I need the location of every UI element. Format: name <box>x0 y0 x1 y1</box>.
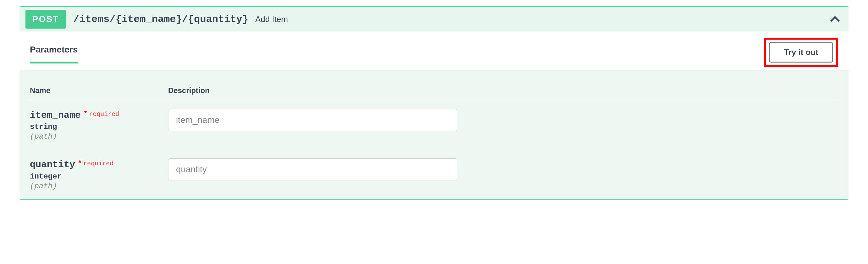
column-header-name: Name <box>30 80 168 100</box>
http-method-badge: POST <box>26 10 66 29</box>
operation-body: Parameters Try it out Name Description <box>19 32 849 199</box>
param-name: item_name <box>30 110 81 121</box>
param-input-item-name[interactable] <box>168 109 457 131</box>
chevron-up-icon[interactable] <box>828 11 842 27</box>
endpoint-summary: Add Item <box>255 14 288 24</box>
column-header-description: Description <box>168 80 838 100</box>
try-it-out-button[interactable]: Try it out <box>769 42 833 62</box>
param-location: (path) <box>30 182 168 190</box>
param-type: integer <box>30 172 168 181</box>
required-label: required <box>83 160 114 167</box>
required-label: required <box>89 111 119 118</box>
parameters-table-wrap: Name Description item_name * required st… <box>19 70 849 199</box>
endpoint-path: /items/{item_name}/{quantity} <box>73 13 248 25</box>
param-input-quantity[interactable] <box>168 158 457 180</box>
try-it-out-highlight: Try it out <box>764 38 838 67</box>
parameters-table: Name Description item_name * required st… <box>30 80 838 199</box>
parameters-tab[interactable]: Parameters <box>30 45 78 63</box>
parameters-header-row: Parameters Try it out <box>19 32 849 70</box>
operation-block: POST /items/{item_name}/{quantity} Add I… <box>19 6 849 200</box>
operation-summary-row[interactable]: POST /items/{item_name}/{quantity} Add I… <box>19 7 849 32</box>
required-star-icon: * <box>78 158 81 167</box>
required-star-icon: * <box>84 109 87 118</box>
param-name: quantity <box>30 160 75 170</box>
param-type: string <box>30 123 168 131</box>
parameter-row: quantity * required integer (path) <box>30 150 838 199</box>
parameter-row: item_name * required string (path) <box>30 100 838 150</box>
param-location: (path) <box>30 132 168 141</box>
